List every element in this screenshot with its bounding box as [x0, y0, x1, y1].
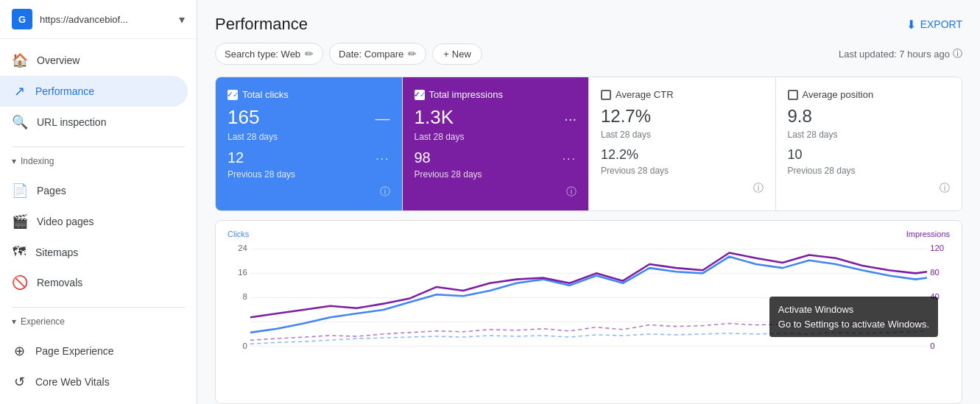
ctr-help-icon[interactable]: ⓘ — [601, 182, 764, 195]
svg-text:24: 24 — [238, 244, 247, 252]
impressions-prev-label: Previous 28 days — [415, 169, 577, 180]
position-help-icon[interactable]: ⓘ — [788, 182, 951, 195]
chevron-down-icon: ▾ — [12, 316, 16, 327]
impressions-help-icon[interactable]: ⓘ — [415, 185, 577, 199]
new-filter-button[interactable]: + New — [432, 43, 482, 65]
indexing-section-header[interactable]: ▾ Indexing — [0, 150, 197, 169]
metric-card-clicks: ✓ Total clicks 165 — Last 28 days 12 ···… — [216, 77, 403, 210]
page-experience-icon: ⊕ — [12, 343, 27, 359]
metric-card-ctr: Average CTR 12.7% Last 28 days 12.2% Pre… — [589, 77, 776, 210]
sidebar-item-label: Removals — [37, 277, 82, 288]
sidebar-item-page-experience[interactable]: ⊕ Page Experience — [0, 336, 188, 366]
impressions-value: 1.3K — [415, 106, 454, 129]
sidebar-item-label: Video pages — [37, 216, 94, 227]
sidebar-item-core-web-vitals[interactable]: ↺ Core Web Vitals — [0, 366, 188, 397]
chart-area: Clicks Impressions 24 16 8 0 120 80 40 — [215, 220, 962, 404]
position-label: Average position — [803, 89, 874, 100]
sidebar-item-video-pages[interactable]: 🎬 Video pages — [0, 206, 188, 237]
clicks-help-icon[interactable]: ⓘ — [228, 185, 390, 199]
ctr-sublabel: Last 28 days — [601, 130, 764, 140]
svg-text:0: 0 — [243, 341, 247, 350]
ctr-checkbox[interactable] — [601, 90, 611, 100]
date-filter[interactable]: Date: Compare ✏ — [329, 43, 426, 65]
impressions-action[interactable]: ··· — [564, 110, 577, 127]
sidebar-item-overview[interactable]: 🏠 Overview — [0, 45, 188, 76]
sidebar-item-label: Pages — [37, 185, 66, 196]
url-dropdown-icon[interactable]: ▾ — [179, 13, 185, 26]
edit-icon: ✏ — [305, 48, 314, 60]
chevron-down-icon: ▾ — [12, 156, 16, 166]
clicks-prev-label: Previous 28 days — [228, 169, 390, 180]
position-value: 9.8 — [788, 106, 812, 127]
impressions-prev-value: 98 — [415, 149, 431, 166]
sitemaps-icon: 🗺 — [12, 244, 27, 260]
windows-watermark: Activate Windows Go to Settings to activ… — [769, 297, 938, 337]
sidebar-item-label: URL inspection — [37, 116, 106, 128]
clicks-sublabel: Last 28 days — [228, 132, 390, 142]
chart-y-right-label: Impressions — [906, 230, 950, 238]
sidebar: G https://advancebiof... ▾ 🏠 Overview ↗ … — [0, 0, 197, 404]
impressions-more[interactable]: ··· — [563, 152, 577, 166]
sidebar-item-sitemaps[interactable]: 🗺 Sitemaps — [0, 237, 188, 267]
performance-icon: ↗ — [12, 83, 27, 99]
metric-card-position: Average position 9.8 Last 28 days 10 Pre… — [776, 77, 962, 210]
logo-icon: G — [12, 9, 32, 29]
sidebar-item-label: Core Web Vitals — [35, 376, 110, 388]
chart-y-left-label: Clicks — [228, 230, 249, 238]
sidebar-item-performance[interactable]: ↗ Performance — [0, 76, 188, 107]
ctr-prev-label: Previous 28 days — [601, 166, 764, 176]
position-checkbox[interactable] — [788, 90, 798, 100]
clicks-action[interactable]: — — [376, 110, 390, 127]
export-label: EXPORT — [920, 18, 962, 30]
impressions-label: Total impressions — [429, 89, 503, 100]
sidebar-item-removals[interactable]: 🚫 Removals — [0, 267, 188, 298]
metrics-row: ✓ Total clicks 165 — Last 28 days 12 ···… — [215, 77, 962, 211]
clicks-value: 165 — [228, 106, 259, 129]
removals-icon: 🚫 — [12, 274, 28, 291]
new-label: New — [452, 49, 471, 60]
info-icon: ⓘ — [953, 47, 962, 60]
sidebar-item-label: Overview — [37, 54, 80, 66]
search-type-filter[interactable]: Search type: Web ✏ — [215, 43, 323, 65]
video-icon: 🎬 — [12, 213, 28, 230]
search-type-label: Search type: Web — [225, 49, 300, 60]
ctr-value: 12.7% — [601, 106, 651, 127]
position-sublabel: Last 28 days — [788, 130, 951, 140]
plus-icon: + — [443, 49, 449, 60]
svg-text:120: 120 — [930, 244, 944, 252]
core-web-vitals-icon: ↺ — [12, 374, 27, 390]
sidebar-item-label: Page Experience — [35, 345, 114, 357]
export-icon: ⬇ — [906, 18, 916, 32]
sidebar-item-url-inspection[interactable]: 🔍 URL inspection — [0, 107, 188, 138]
sidebar-item-pages[interactable]: 📄 Pages — [0, 175, 188, 206]
clicks-checkbox[interactable]: ✓ — [228, 90, 238, 100]
search-icon: 🔍 — [12, 114, 28, 130]
filter-bar: Search type: Web ✏ Date: Compare ✏ + New… — [197, 43, 980, 77]
impressions-checkbox[interactable]: ✓ — [415, 90, 425, 100]
ctr-prev-value: 12.2% — [601, 147, 764, 163]
svg-text:80: 80 — [930, 268, 940, 277]
chart-svg-container: 24 16 8 0 120 80 40 0 Activa — [228, 241, 950, 359]
sidebar-logo[interactable]: G https://advancebiof... ▾ — [0, 0, 197, 39]
page-title: Performance — [215, 15, 308, 34]
nav-divider-1 — [12, 146, 185, 147]
ctr-label: Average CTR — [616, 89, 674, 100]
home-icon: 🏠 — [12, 52, 28, 68]
export-button[interactable]: ⬇ EXPORT — [906, 18, 962, 32]
experience-section-header[interactable]: ▾ Experience — [0, 311, 197, 330]
sidebar-item-label: Sitemaps — [35, 247, 78, 258]
edit-icon: ✏ — [408, 48, 417, 60]
svg-text:8: 8 — [243, 292, 247, 301]
sidebar-item-label: Performance — [35, 85, 94, 97]
position-prev-value: 10 — [788, 147, 951, 163]
main-content: Performance ⬇ EXPORT Search type: Web ✏ … — [197, 0, 980, 404]
position-prev-label: Previous 28 days — [788, 166, 951, 176]
clicks-prev-value: 12 — [228, 149, 244, 166]
svg-text:16: 16 — [238, 268, 247, 277]
date-label: Date: Compare — [339, 49, 403, 60]
indexing-nav: 📄 Pages 🎬 Video pages 🗺 Sitemaps 🚫 Remov… — [0, 169, 197, 304]
impressions-sublabel: Last 28 days — [415, 132, 577, 142]
page-header: Performance ⬇ EXPORT — [197, 0, 980, 43]
clicks-more[interactable]: ··· — [376, 152, 389, 166]
metric-card-impressions: ✓ Total impressions 1.3K ··· Last 28 day… — [403, 77, 590, 210]
